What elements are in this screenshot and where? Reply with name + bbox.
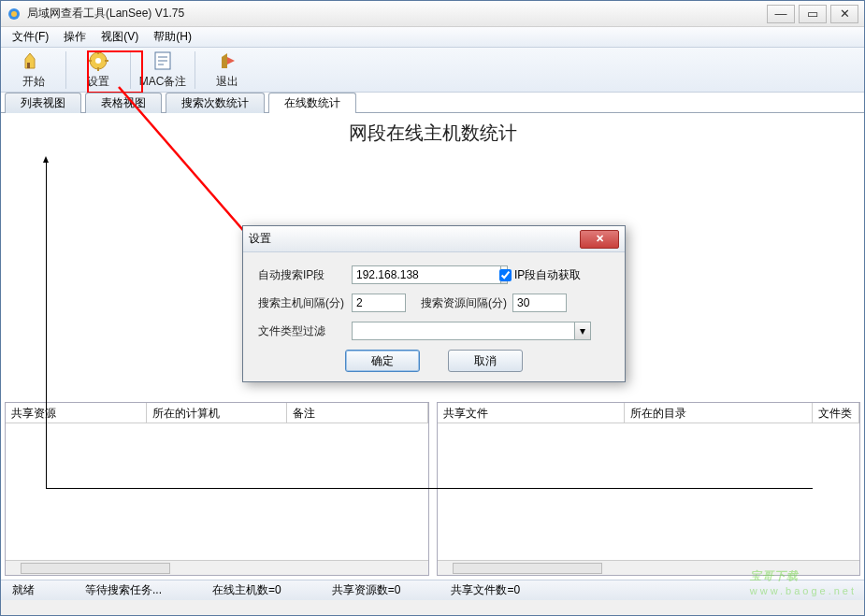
toolbar-separator (195, 51, 195, 89)
status-waiting: 等待搜索任务... (81, 582, 209, 598)
label-host-interval: 搜索主机间隔(分) (258, 295, 352, 311)
status-shared-res: 共享资源数=0 (328, 582, 448, 598)
minimize-button[interactable]: — (767, 5, 795, 23)
menu-file[interactable]: 文件(F) (5, 27, 56, 47)
svg-point-1 (11, 11, 17, 17)
host-interval-input[interactable] (352, 294, 406, 312)
titlebar: 局域网查看工具(LanSee) V1.75 — ▭ ✕ (1, 1, 864, 27)
status-ready: 就绪 (8, 582, 81, 598)
toolbar-settings-button[interactable]: 设置 (67, 50, 129, 91)
menu-help[interactable]: 帮助(H) (146, 27, 199, 47)
status-online-hosts: 在线主机数=0 (209, 582, 328, 598)
toolbar-exit-button[interactable]: 退出 (196, 50, 258, 91)
toolbar-separator (65, 51, 66, 89)
tabs: 列表视图 表格视图 搜索次数统计 在线数统计 (1, 93, 864, 113)
tab-list-view[interactable]: 列表视图 (5, 93, 81, 113)
svg-point-4 (95, 58, 101, 64)
app-icon (7, 7, 22, 21)
dialog-title: 设置 (249, 231, 580, 247)
settings-icon (87, 50, 109, 72)
label-auto-search-ip: 自动搜索IP段 (258, 267, 352, 283)
cancel-button[interactable]: 取消 (448, 350, 523, 372)
file-filter-input[interactable] (352, 322, 574, 340)
dropdown-icon[interactable]: ▾ (574, 322, 591, 340)
status-shared-files: 共享文件数=0 (447, 582, 567, 598)
toolbar-mac-label: MAC备注 (139, 74, 187, 90)
label-auto-get: IP段自动获取 (514, 267, 581, 283)
col-filetype[interactable]: 文件类 (813, 403, 859, 423)
horizontal-scrollbar[interactable] (438, 560, 860, 575)
close-button[interactable]: ✕ (830, 5, 858, 23)
toolbar-exit-label: 退出 (216, 74, 238, 90)
tab-online-stats[interactable]: 在线数统计 (268, 93, 356, 113)
settings-dialog: 设置 ✕ 自动搜索IP段 ▾ IP段自动获取 搜索主机间隔(分) 搜索资源间隔(… (242, 225, 626, 382)
chart-x-axis (46, 488, 813, 489)
ip-segment-combo[interactable]: ▾ (352, 265, 492, 284)
exit-icon (216, 50, 238, 72)
statusbar: 就绪 等待搜索任务... 在线主机数=0 共享资源数=0 共享文件数=0 (1, 580, 864, 600)
toolbar-separator (130, 51, 131, 89)
ok-button[interactable]: 确定 (345, 350, 420, 372)
notes-icon (151, 50, 174, 72)
horizontal-scrollbar[interactable] (6, 560, 428, 575)
ip-segment-input[interactable] (352, 265, 500, 284)
toolbar-settings-label: 设置 (87, 74, 109, 90)
chart-title: 网段在线主机数统计 (1, 113, 864, 153)
toolbar-mac-button[interactable]: MAC备注 (132, 50, 194, 91)
menu-view[interactable]: 视图(V) (94, 27, 146, 47)
chart-y-axis (46, 162, 47, 489)
toolbar-start-label: 开始 (22, 74, 45, 90)
svg-rect-2 (27, 63, 30, 68)
dialog-titlebar: 设置 ✕ (243, 226, 625, 252)
menu-operate[interactable]: 操作 (56, 27, 94, 47)
label-file-filter: 文件类型过滤 (258, 323, 352, 339)
tab-search-stats[interactable]: 搜索次数统计 (166, 93, 265, 113)
toolbar-start-button[interactable]: 开始 (3, 50, 65, 91)
res-interval-input[interactable] (512, 294, 567, 312)
auto-get-checkbox[interactable] (499, 269, 512, 281)
tab-grid-view[interactable]: 表格视图 (85, 93, 162, 113)
label-res-interval: 搜索资源间隔(分) (421, 295, 507, 311)
window-title: 局域网查看工具(LanSee) V1.75 (27, 6, 763, 21)
maximize-button[interactable]: ▭ (799, 5, 827, 23)
main-window: 局域网查看工具(LanSee) V1.75 — ▭ ✕ 文件(F) 操作 视图(… (0, 0, 865, 616)
toolbar: 开始 设置 MAC备注 退出 (1, 48, 864, 93)
dialog-body: 自动搜索IP段 ▾ IP段自动获取 搜索主机间隔(分) 搜索资源间隔(分) 文件… (243, 252, 625, 381)
menubar: 文件(F) 操作 视图(V) 帮助(H) (1, 27, 864, 48)
file-filter-combo[interactable]: ▾ (352, 322, 591, 340)
start-icon (22, 50, 45, 72)
dialog-close-button[interactable]: ✕ (580, 230, 619, 249)
